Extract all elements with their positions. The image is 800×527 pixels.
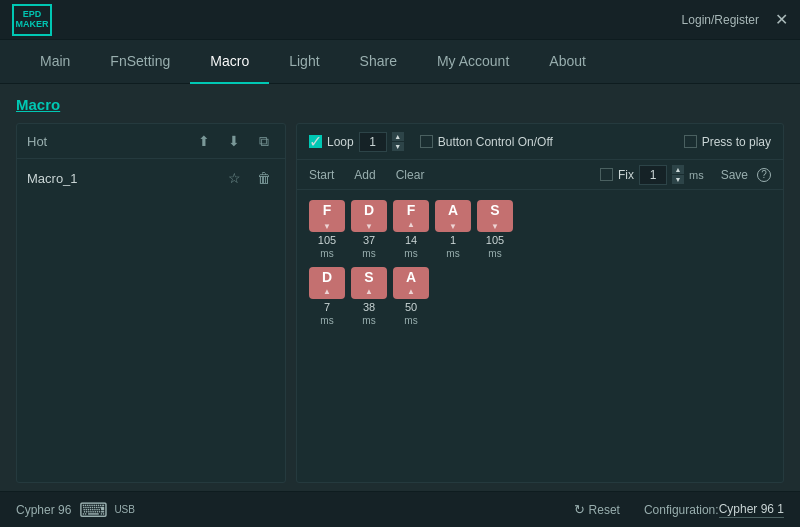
loop-decrement-button[interactable]: ▼ — [392, 142, 404, 151]
page-content: Macro Hot ⬆ ⬇ ⧉ Macro_1 ☆ 🗑 — [0, 84, 800, 491]
close-button[interactable]: ✕ — [775, 12, 788, 28]
save-button[interactable]: Save — [721, 168, 748, 182]
key-ms-value: 105 — [486, 234, 504, 246]
key-ms-unit: ms — [446, 248, 459, 259]
right-panel: ✓ Loop ▲ ▼ Button Control On/Off Press t… — [296, 123, 784, 483]
reset-icon: ↻ — [574, 502, 585, 517]
key-d-up[interactable]: D ▲ — [309, 267, 345, 299]
nav-item-myaccount[interactable]: My Account — [417, 40, 529, 84]
button-control: Button Control On/Off — [420, 135, 553, 149]
key-cell: D ▲ 7 ms — [309, 267, 345, 326]
key-ms-unit: ms — [404, 248, 417, 259]
nav-item-macro[interactable]: Macro — [190, 40, 269, 84]
nav-item-fnsetting[interactable]: FnSetting — [90, 40, 190, 84]
status-bar: Cypher 96 ⌨ USB ↻ Reset Configuration: C… — [0, 491, 800, 527]
loop-checkbox[interactable]: ✓ — [309, 135, 322, 148]
key-ms-unit: ms — [362, 315, 375, 326]
button-control-label: Button Control On/Off — [438, 135, 553, 149]
content-area: Hot ⬆ ⬇ ⧉ Macro_1 ☆ 🗑 — [16, 123, 784, 483]
key-letter: D — [322, 270, 332, 284]
key-ms-value: 14 — [405, 234, 417, 246]
key-arrow-up: ▲ — [407, 221, 415, 229]
key-ms-value: 105 — [318, 234, 336, 246]
left-panel-title: Hot — [27, 134, 47, 149]
key-cell: S ▲ 38 ms — [351, 267, 387, 326]
fix-decrement-button[interactable]: ▼ — [672, 175, 684, 184]
nav-item-share[interactable]: Share — [340, 40, 417, 84]
key-cell: A ▲ 50 ms — [393, 267, 429, 326]
key-ms-unit: ms — [362, 248, 375, 259]
keys-row-2: D ▲ 7 ms S ▲ 38 ms — [309, 267, 771, 326]
macro-item-actions: ☆ 🗑 — [223, 167, 275, 189]
macro-item-name: Macro_1 — [27, 171, 78, 186]
copy-icon[interactable]: ⧉ — [253, 130, 275, 152]
fix-increment-button[interactable]: ▲ — [672, 165, 684, 174]
press-to-play-checkbox[interactable] — [684, 135, 697, 148]
key-f-up[interactable]: F ▲ — [393, 200, 429, 232]
export-icon[interactable]: ⬆ — [193, 130, 215, 152]
key-letter: F — [323, 203, 332, 217]
start-button[interactable]: Start — [309, 168, 334, 182]
key-letter: F — [407, 203, 416, 217]
logo: EPD MAKER — [12, 4, 52, 36]
key-cell: S ▼ 105 ms — [477, 200, 513, 259]
key-arrow-down: ▼ — [491, 223, 499, 231]
reset-label: Reset — [589, 503, 620, 517]
key-letter: A — [448, 203, 458, 217]
key-arrow-up: ▲ — [323, 288, 331, 296]
button-control-checkbox[interactable] — [420, 135, 433, 148]
nav-item-about[interactable]: About — [529, 40, 606, 84]
key-arrow-up: ▲ — [407, 288, 415, 296]
key-a-up[interactable]: A ▲ — [393, 267, 429, 299]
key-a-down[interactable]: A ▼ — [435, 200, 471, 232]
nav-item-light[interactable]: Light — [269, 40, 339, 84]
like-icon[interactable]: ☆ — [223, 167, 245, 189]
key-ms-value: 7 — [324, 301, 330, 313]
add-button[interactable]: Add — [354, 168, 375, 182]
key-arrow-down: ▼ — [449, 223, 457, 231]
key-ms-unit: ms — [320, 315, 333, 326]
key-cell: F ▼ 105 ms — [309, 200, 345, 259]
loop-number-input[interactable] — [359, 132, 387, 152]
key-ms-value: 37 — [363, 234, 375, 246]
reset-button[interactable]: ↻ Reset — [574, 502, 620, 517]
loop-spinners: ▲ ▼ — [392, 132, 404, 151]
logo-area: EPD MAKER — [12, 4, 52, 36]
key-ms-unit: ms — [404, 315, 417, 326]
delete-icon[interactable]: 🗑 — [253, 167, 275, 189]
key-letter: S — [364, 270, 373, 284]
help-icon[interactable]: ? — [757, 168, 771, 182]
page-title: Macro — [16, 96, 784, 113]
title-bar: EPD MAKER Login/Register ✕ — [0, 0, 800, 40]
left-panel-icons: ⬆ ⬇ ⧉ — [193, 130, 275, 152]
key-s-up[interactable]: S ▲ — [351, 267, 387, 299]
right-panel-actions: Start Add Clear Fix ▲ ▼ ms Save ? — [297, 160, 783, 190]
key-ms-value: 50 — [405, 301, 417, 313]
key-f-down[interactable]: F ▼ — [309, 200, 345, 232]
ms-label: ms — [689, 169, 704, 181]
fix-control: Fix ▲ ▼ ms Save ? — [600, 165, 771, 185]
key-letter: A — [406, 270, 416, 284]
keyboard-icon: ⌨ — [79, 498, 108, 522]
key-ms-unit: ms — [320, 248, 333, 259]
fix-spinners: ▲ ▼ — [672, 165, 684, 184]
key-ms-unit: ms — [488, 248, 501, 259]
list-item[interactable]: Macro_1 ☆ 🗑 — [17, 159, 285, 197]
key-cell: A ▼ 1 ms — [435, 200, 471, 259]
nav-bar: Main FnSetting Macro Light Share My Acco… — [0, 40, 800, 84]
login-register-button[interactable]: Login/Register — [682, 13, 759, 27]
key-letter: S — [490, 203, 499, 217]
nav-item-main[interactable]: Main — [20, 40, 90, 84]
key-cell: F ▲ 14 ms — [393, 200, 429, 259]
fix-checkbox[interactable] — [600, 168, 613, 181]
key-d-down[interactable]: D ▼ — [351, 200, 387, 232]
usb-label: USB — [114, 504, 135, 515]
loop-increment-button[interactable]: ▲ — [392, 132, 404, 141]
keys-row-1: F ▼ 105 ms D ▼ 37 ms — [309, 200, 771, 259]
fix-number-input[interactable] — [639, 165, 667, 185]
key-s-down[interactable]: S ▼ — [477, 200, 513, 232]
key-letter: D — [364, 203, 374, 217]
import-icon[interactable]: ⬇ — [223, 130, 245, 152]
key-arrow-down: ▼ — [323, 223, 331, 231]
clear-button[interactable]: Clear — [396, 168, 425, 182]
